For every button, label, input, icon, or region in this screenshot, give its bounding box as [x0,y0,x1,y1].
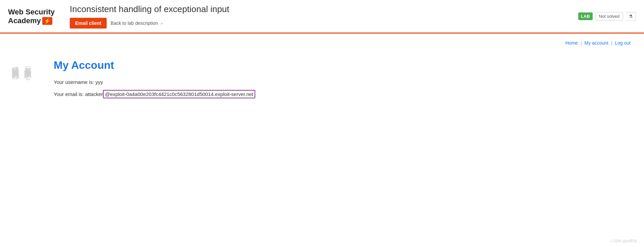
header-actions: Email client Back to lab description » [70,18,570,29]
chevron-icon: » [161,21,163,26]
my-account-link[interactable]: My account [584,40,608,46]
email-label: Your email is: attacker [54,91,103,97]
log-out-link[interactable]: Log out [615,40,631,46]
email-client-button[interactable]: Email client [70,18,107,29]
logo-text-line2: Academy [8,16,41,25]
logo: Web Security Academy ⚡ [8,7,62,26]
header: Web Security Academy ⚡ Inconsistent hand… [0,0,644,34]
email-value: @exploit-0a4a00e203fc4421c0c5632801d5001… [103,90,255,98]
home-link[interactable]: Home [565,40,578,46]
lab-badge: LAB [578,12,593,20]
not-solved-label: Not solved [595,12,623,20]
nav-links: Home | My account | Log out [54,40,631,46]
lab-badge-area: LAB Not solved ⚗ [578,12,636,21]
flask-button[interactable]: ⚗ [626,12,636,21]
lab-title: Inconsistent handling of exceptional inp… [70,4,570,14]
nav-sep-2: | [610,40,613,46]
logo-icon: ⚡ [42,17,52,25]
logo-text-line1: Web Security [8,8,55,16]
username-line: Your username is: yyy [54,78,631,86]
nav-sep-1: | [579,40,583,46]
page-title: My Account [54,59,631,71]
email-line: Your email is: attacker@exploit-0a4a00e2… [54,90,631,98]
main-content: Home | My account | Log out My Account Y… [0,34,644,228]
back-to-lab-link[interactable]: Back to lab description » [111,20,163,26]
header-middle: Inconsistent handling of exceptional inp… [70,4,570,29]
